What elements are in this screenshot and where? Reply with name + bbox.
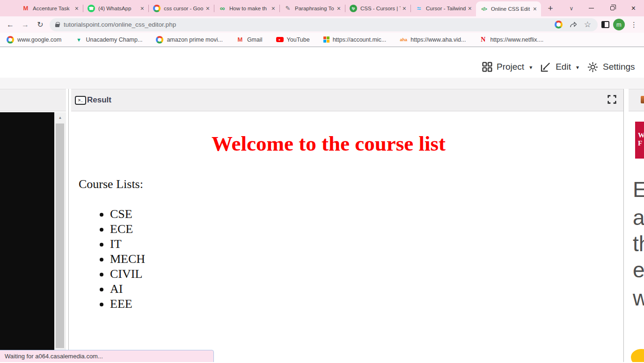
share-icon[interactable] — [570, 21, 577, 29]
project-menu[interactable]: Project ▾ — [482, 62, 534, 72]
bookmark-label: https://www.netflix.... — [490, 36, 543, 43]
aha-icon: aha — [400, 36, 407, 44]
avatar[interactable]: m — [613, 19, 625, 30]
url-text[interactable]: tutorialspoint.com/online_css_editor.php — [64, 21, 550, 28]
ms-square-green — [327, 36, 329, 39]
forward-icon[interactable]: → — [20, 21, 31, 29]
restore-button[interactable] — [602, 0, 623, 16]
ad-text-fragment: th — [633, 231, 644, 256]
edit-menu[interactable]: Edit ▾ — [540, 61, 581, 73]
ad-badge-text: F — [638, 139, 644, 147]
gmail-icon: M — [22, 5, 29, 12]
settings-menu[interactable]: Settings — [587, 61, 635, 73]
tailwind-icon: ≈ — [415, 5, 423, 12]
page-content: Project ▾ Edit ▾ Settings >_ Result — [0, 47, 644, 362]
tab-paraphrasing[interactable]: ✎ Paraphrasing To × — [280, 0, 345, 16]
left-panel-header — [0, 89, 66, 111]
overflow-menu-icon[interactable]: ⋮ — [629, 21, 639, 29]
list-item: EEE — [110, 297, 586, 312]
status-text: Waiting for a064.casalemedia.com... — [5, 353, 103, 360]
bookmark-label: Unacademy Champ... — [86, 36, 143, 43]
tab-title: Online CSS Edit — [491, 6, 531, 12]
editor-workspace: >_ Result ▲ Welcome to the course list C… — [0, 89, 644, 362]
ad-badge-text: W — [638, 131, 644, 139]
terminal-icon: >_ — [75, 96, 86, 105]
back-icon[interactable]: ← — [5, 21, 16, 29]
close-icon[interactable]: × — [74, 5, 80, 12]
edit-label: Edit — [556, 62, 571, 72]
partial-icon — [641, 96, 644, 103]
ad-logo-badge: W F — [635, 122, 644, 159]
tab-title: Accenture Task — [33, 6, 73, 11]
close-icon[interactable]: × — [205, 5, 211, 12]
tab-title: CSS - Cursors | T — [360, 6, 401, 11]
editor-scrollbar[interactable]: ▲ — [54, 112, 66, 362]
ad-image-fragment — [630, 348, 644, 362]
netflix-icon: N — [479, 36, 487, 44]
tab-accenture[interactable]: M Accenture Task × — [18, 0, 83, 16]
tab-css-cursor-search[interactable]: css cursor - Goo × — [149, 0, 214, 16]
bookmark-youtube[interactable]: ▸ YouTube — [276, 36, 310, 43]
tab-title: css cursor - Goo — [164, 6, 204, 11]
right-panel-header — [629, 89, 644, 111]
ad-text-fragment: a — [633, 205, 644, 230]
restore-icon — [610, 6, 615, 10]
site-header-menu: Project ▾ Edit ▾ Settings — [482, 57, 635, 77]
result-panel-header: >_ Result — [71, 89, 623, 111]
minimize-icon — [589, 8, 594, 9]
quill-icon: ✎ — [284, 5, 292, 12]
tab-cursor-tailwind[interactable]: ≈ Cursor - Tailwind × — [411, 0, 476, 16]
bookmark-amazon-prime[interactable]: amazon prime movi... — [156, 36, 222, 44]
bookmark-star-icon[interactable]: ☆ — [584, 21, 591, 29]
close-icon[interactable]: × — [402, 5, 407, 12]
whatsapp-icon: ☎ — [88, 5, 95, 12]
tab-search-chevron-icon[interactable]: ∨ — [562, 0, 581, 16]
tab-strip: M Accenture Task × ☎ (4) WhatsApp × css … — [0, 0, 644, 16]
bookmark-google[interactable]: www.google.com — [7, 36, 62, 44]
bookmark-label: https://account.mic... — [333, 36, 387, 43]
gear-icon — [587, 61, 599, 73]
new-tab-button[interactable]: + — [544, 2, 557, 15]
bookmark-aha[interactable]: aha https://www.aha.vid... — [400, 36, 466, 44]
omnibox-actions: ☆ — [555, 21, 592, 29]
microsoft-icon — [323, 36, 329, 43]
close-icon[interactable]: × — [139, 5, 145, 12]
course-list: CSE ECE IT MECH CIVIL AI EEE — [71, 207, 586, 312]
google-icon[interactable] — [555, 21, 563, 29]
tab-online-css-editor[interactable]: </> Online CSS Edit × — [476, 1, 541, 16]
close-icon[interactable]: × — [532, 6, 538, 12]
green-infinity-icon: ∞ — [219, 5, 226, 12]
scrollbar-thumb[interactable] — [56, 123, 64, 348]
tab-whatsapp[interactable]: ☎ (4) WhatsApp × — [83, 0, 148, 16]
tab-title: (4) WhatsApp — [98, 6, 139, 11]
close-icon[interactable]: × — [467, 5, 473, 12]
ad-panel: W F E a th e w — [629, 111, 644, 362]
bookmark-label: www.google.com — [17, 36, 62, 43]
close-icon[interactable]: × — [271, 5, 276, 12]
spacer-band — [0, 78, 644, 89]
tab-how-to-make[interactable]: ∞ How to make th × — [214, 0, 279, 16]
minimize-button[interactable] — [581, 0, 602, 16]
ms-square-blue — [323, 40, 326, 43]
side-panel-icon[interactable] — [601, 21, 609, 28]
close-window-button[interactable]: × — [623, 0, 644, 16]
lock-icon[interactable] — [55, 24, 59, 27]
chevron-down-icon: ▾ — [529, 64, 532, 71]
pencil-icon — [540, 61, 551, 73]
address-bar[interactable]: tutorialspoint.com/online_css_editor.php… — [50, 18, 598, 31]
tab-css-cursors-tutorialspoint[interactable]: tp CSS - Cursors | T × — [345, 0, 410, 16]
bookmark-unacademy[interactable]: ▼ Unacademy Champ... — [75, 36, 143, 44]
code-editor-panel[interactable] — [0, 112, 54, 362]
close-icon[interactable]: × — [336, 5, 342, 12]
ad-text-fragment: w — [633, 285, 644, 311]
bookmark-gmail[interactable]: M Gmail — [236, 36, 263, 44]
tabs-container: M Accenture Task × ☎ (4) WhatsApp × css … — [0, 0, 557, 16]
reload-icon[interactable]: ↻ — [35, 20, 46, 29]
gmail-icon: M — [236, 36, 244, 44]
list-item: AI — [110, 282, 586, 297]
bookmark-microsoft[interactable]: https://account.mic... — [323, 36, 387, 43]
ms-square-yellow — [327, 40, 329, 43]
bookmark-netflix[interactable]: N https://www.netflix.... — [479, 36, 543, 44]
fullscreen-icon[interactable] — [607, 94, 617, 106]
scroll-up-icon[interactable]: ▲ — [54, 112, 66, 123]
